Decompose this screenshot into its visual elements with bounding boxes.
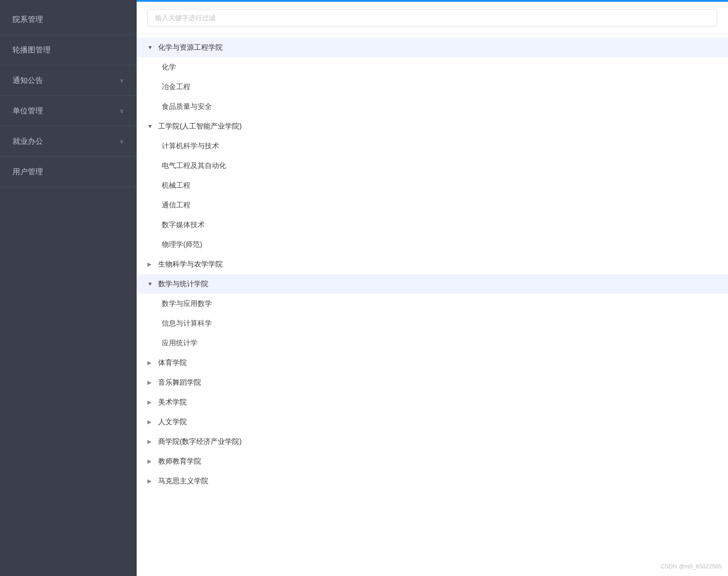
sidebar-item-0[interactable]: 院系管理 <box>0 4 137 35</box>
tree-child-engineering-1[interactable]: 电气工程及其自动化 <box>137 156 728 176</box>
tree-node-biology[interactable]: ▶生物科学与农学学院 <box>137 254 728 274</box>
tree-child-label-math-1: 信息与计算科学 <box>162 318 212 329</box>
tree-child-label-engineering-0: 计算机科学与技术 <box>162 141 219 151</box>
tree-child-label-engineering-3: 通信工程 <box>162 200 190 211</box>
tree-node-label-biology: 生物科学与农学学院 <box>158 259 223 270</box>
tree-child-label-engineering-4: 数字媒体技术 <box>162 219 205 230</box>
tree-child-chemistry-0[interactable]: 化学 <box>137 57 728 77</box>
chevron-right-icon: ▶ <box>147 457 155 465</box>
tree-container: ▼化学与资源工程学院化学冶金工程食品质量与安全▼工学院(人工智能产业学院)计算机… <box>137 34 728 576</box>
tree-node-label-business: 商学院(数字经济产业学院) <box>158 436 242 447</box>
tree-node-chemistry[interactable]: ▼化学与资源工程学院 <box>137 38 728 57</box>
tree-node-label-sports: 体育学院 <box>158 357 187 368</box>
tree-child-label-chemistry-1: 冶金工程 <box>162 82 190 92</box>
search-area <box>137 2 728 34</box>
sidebar-item-label-1: 轮播图管理 <box>13 45 51 55</box>
tree-node-teacher-edu[interactable]: ▶教师教育学院 <box>137 451 728 471</box>
sidebar-item-5[interactable]: 用户管理 <box>0 157 137 187</box>
tree-child-label-chemistry-2: 食品质量与安全 <box>162 101 212 112</box>
tree-child-label-engineering-5: 物理学(师范) <box>162 239 202 250</box>
tree-node-label-marxism: 马克思主义学院 <box>158 476 208 486</box>
chevron-right-icon: ▶ <box>147 378 155 387</box>
tree-node-label-chemistry: 化学与资源工程学院 <box>158 42 223 53</box>
tree-child-engineering-3[interactable]: 通信工程 <box>137 195 728 215</box>
sidebar-item-1[interactable]: 轮播图管理 <box>0 35 137 65</box>
tree-node-label-music: 音乐舞蹈学院 <box>158 377 201 388</box>
tree-child-chemistry-2[interactable]: 食品质量与安全 <box>137 97 728 116</box>
tree-child-engineering-4[interactable]: 数字媒体技术 <box>137 215 728 235</box>
tree-node-label-engineering: 工学院(人工智能产业学院) <box>158 121 242 132</box>
search-input[interactable] <box>147 9 717 26</box>
sidebar-item-label-5: 用户管理 <box>13 167 43 177</box>
main-content: ▼化学与资源工程学院化学冶金工程食品质量与安全▼工学院(人工智能产业学院)计算机… <box>137 0 728 576</box>
chevron-right-icon: ▶ <box>147 438 155 446</box>
tree-node-sports[interactable]: ▶体育学院 <box>137 353 728 373</box>
sidebar-item-label-0: 院系管理 <box>13 14 43 25</box>
sidebar-item-3[interactable]: 单位管理∨ <box>0 96 137 126</box>
tree-node-label-math: 数学与统计学院 <box>158 279 208 289</box>
tree-child-math-2[interactable]: 应用统计学 <box>137 333 728 353</box>
tree-node-label-humanities: 人文学院 <box>158 417 187 427</box>
chevron-down-icon-2: ∨ <box>120 77 124 84</box>
tree-node-music[interactable]: ▶音乐舞蹈学院 <box>137 373 728 392</box>
chevron-right-icon: ▶ <box>147 260 155 268</box>
sidebar-item-4[interactable]: 就业办公∨ <box>0 126 137 157</box>
sidebar-item-2[interactable]: 通知公告∨ <box>0 65 137 96</box>
tree-child-math-0[interactable]: 数学与应用数学 <box>137 294 728 314</box>
chevron-down-icon: ▼ <box>147 43 155 52</box>
sidebar-item-label-4: 就业办公 <box>13 136 43 146</box>
sidebar-item-label-2: 通知公告 <box>13 75 43 86</box>
sidebar: 院系管理轮播图管理通知公告∨单位管理∨就业办公∨用户管理 <box>0 0 137 576</box>
chevron-right-icon: ▶ <box>147 359 155 367</box>
tree-child-label-engineering-2: 机械工程 <box>162 180 190 191</box>
tree-node-math[interactable]: ▼数学与统计学院 <box>137 274 728 294</box>
chevron-down-icon: ▼ <box>147 122 155 130</box>
tree-child-engineering-5[interactable]: 物理学(师范) <box>137 235 728 254</box>
tree-child-label-chemistry-0: 化学 <box>162 62 176 73</box>
tree-node-label-art: 美术学院 <box>158 397 187 408</box>
chevron-right-icon: ▶ <box>147 398 155 406</box>
tree-child-chemistry-1[interactable]: 冶金工程 <box>137 77 728 97</box>
tree-node-label-teacher-edu: 教师教育学院 <box>158 456 201 467</box>
chevron-right-icon: ▶ <box>147 477 155 485</box>
tree-child-math-1[interactable]: 信息与计算科学 <box>137 314 728 333</box>
chevron-down-icon: ▼ <box>147 280 155 288</box>
chevron-down-icon-4: ∨ <box>120 138 124 145</box>
tree-child-label-engineering-1: 电气工程及其自动化 <box>162 160 226 171</box>
sidebar-item-label-3: 单位管理 <box>13 106 43 116</box>
tree-node-humanities[interactable]: ▶人文学院 <box>137 412 728 432</box>
tree-child-label-math-2: 应用统计学 <box>162 338 198 348</box>
tree-node-engineering[interactable]: ▼工学院(人工智能产业学院) <box>137 116 728 136</box>
tree-child-label-math-0: 数学与应用数学 <box>162 298 212 309</box>
chevron-down-icon-3: ∨ <box>120 107 124 114</box>
tree-child-engineering-0[interactable]: 计算机科学与技术 <box>137 136 728 156</box>
tree-node-art[interactable]: ▶美术学院 <box>137 392 728 412</box>
tree-child-engineering-2[interactable]: 机械工程 <box>137 176 728 195</box>
tree-node-marxism[interactable]: ▶马克思主义学院 <box>137 471 728 491</box>
tree-node-business[interactable]: ▶商学院(数字经济产业学院) <box>137 432 728 451</box>
chevron-right-icon: ▶ <box>147 418 155 426</box>
